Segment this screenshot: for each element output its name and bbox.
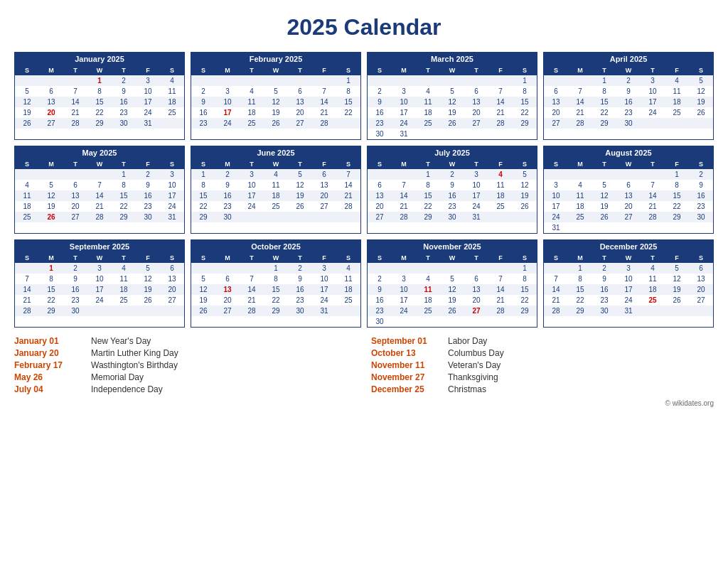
day-cell: 18: [416, 295, 440, 306]
day-cell: 25: [160, 107, 184, 118]
day-cell: 18: [568, 201, 592, 212]
day-cell: 15: [665, 190, 689, 201]
page-title: 2025 Calendar: [14, 14, 714, 40]
day-cell: 2: [136, 169, 160, 180]
day-cell: 2: [63, 263, 87, 274]
month-block-4: April 2025SMTWTFS12345678910111213141516…: [543, 52, 714, 140]
day-cell: [488, 263, 513, 274]
day-cell: [488, 316, 513, 327]
day-cell: 10: [240, 180, 264, 190]
day-cell: 27: [464, 118, 488, 129]
day-cell: 15: [513, 284, 537, 295]
day-cell: 20: [464, 107, 488, 118]
day-cell: 5: [689, 75, 713, 86]
holiday-row: January 20Martin Luther King Day: [14, 348, 357, 358]
day-cell: 7: [15, 274, 39, 284]
day-cell: [215, 75, 240, 86]
day-cell: [544, 169, 568, 180]
day-cell: 17: [312, 284, 336, 295]
month-block-9: September 2025SMTWTFS1234567891011121314…: [14, 239, 185, 328]
day-cell: 1: [87, 75, 112, 86]
day-cell: 19: [264, 107, 288, 118]
day-cell: 17: [392, 107, 416, 118]
day-cell: 28: [312, 118, 336, 129]
day-cell: 9: [215, 180, 240, 190]
day-cell: 30: [368, 316, 392, 327]
day-cell: 17: [215, 107, 240, 118]
day-cell: 29: [513, 306, 537, 316]
day-cell: [392, 169, 416, 180]
day-cell: 13: [689, 274, 713, 284]
day-cell: 8: [191, 180, 215, 190]
day-cell: [191, 75, 215, 86]
day-cell: 1: [665, 169, 689, 180]
calendars-grid: January 2025SMTWTFS123456789101112131415…: [14, 52, 714, 328]
day-cell: 28: [392, 212, 416, 222]
holiday-name: Thanksgiving: [448, 372, 498, 382]
day-cell: 8: [264, 274, 288, 284]
day-cell: [39, 75, 63, 86]
day-cell: [488, 129, 513, 139]
holiday-date: January 20: [14, 348, 85, 358]
day-cell: 24: [641, 107, 665, 118]
day-cell: 9: [368, 284, 392, 295]
holiday-row: December 25Christmas: [371, 384, 714, 394]
day-cell: 21: [488, 107, 513, 118]
day-cell: 18: [665, 97, 689, 107]
day-cell: 6: [544, 86, 568, 97]
day-cell: 24: [240, 201, 264, 212]
day-cell: 3: [240, 169, 264, 180]
day-cell: 25: [641, 295, 665, 306]
day-cell: 11: [336, 274, 360, 284]
holiday-row: February 17Wasthington's Birthday: [14, 360, 357, 370]
day-cell: 1: [513, 75, 537, 86]
day-cell: 6: [368, 180, 392, 190]
day-cell: 31: [392, 129, 416, 139]
day-cell: 23: [440, 201, 464, 212]
day-cell: 2: [440, 169, 464, 180]
day-cell: 11: [15, 190, 39, 201]
day-cell: 9: [288, 274, 312, 284]
day-cell: 3: [392, 86, 416, 97]
day-cell: 19: [513, 190, 537, 201]
day-cell: [368, 169, 392, 180]
day-cell: [368, 263, 392, 274]
day-cell: [392, 75, 416, 86]
holiday-name: Christmas: [448, 384, 486, 394]
day-cell: 8: [513, 86, 537, 97]
day-cell: 11: [568, 190, 592, 201]
day-cell: 1: [191, 169, 215, 180]
day-cell: 4: [416, 274, 440, 284]
day-cell: 23: [368, 306, 392, 316]
day-cell: 11: [665, 86, 689, 97]
day-cell: 9: [112, 86, 136, 97]
day-cell: 7: [87, 180, 112, 190]
day-cell: [513, 129, 537, 139]
day-cell: 12: [513, 180, 537, 190]
month-header-9: September 2025: [15, 240, 184, 253]
day-cell: 4: [336, 263, 360, 274]
day-cell: 8: [665, 180, 689, 190]
day-cell: [641, 306, 665, 316]
day-cell: [15, 75, 39, 86]
day-cell: 5: [288, 169, 312, 180]
day-cell: 9: [689, 180, 713, 190]
day-cell: 16: [112, 97, 136, 107]
day-cell: 16: [191, 107, 215, 118]
day-cell: 15: [336, 97, 360, 107]
day-cell: 20: [368, 201, 392, 212]
day-cell: 5: [665, 263, 689, 274]
day-cell: 26: [15, 118, 39, 129]
day-cell: 24: [616, 295, 641, 306]
day-cell: 29: [568, 306, 592, 316]
holiday-date: September 01: [371, 336, 442, 346]
day-cell: 8: [112, 180, 136, 190]
day-cell: 17: [160, 190, 184, 201]
day-cell: 4: [112, 263, 136, 274]
day-cell: 29: [191, 212, 215, 222]
day-cell: 5: [39, 180, 63, 190]
day-cell: 31: [544, 222, 568, 233]
day-cell: 30: [616, 118, 641, 129]
holiday-name: Labor Day: [448, 336, 487, 346]
day-cell: 28: [336, 201, 360, 212]
